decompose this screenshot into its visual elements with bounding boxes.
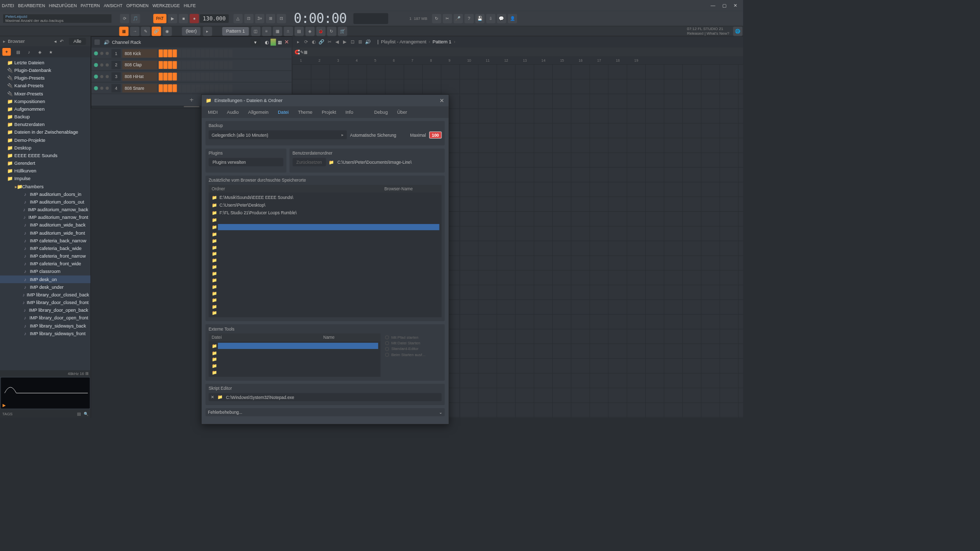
searchpath-row[interactable]: 📁 (209, 217, 440, 223)
tree-impulse-item[interactable]: ♪IMP desk_under (0, 283, 90, 291)
exttool-row[interactable]: 📁 (209, 342, 380, 349)
tree-impulse-item[interactable]: ♪IMP library_sideways_front (0, 330, 90, 337)
channel-mute[interactable] (100, 52, 103, 55)
searchpath-row[interactable]: 📁F:\FL Studio 21\Producer Loops Rumble\ (209, 209, 440, 216)
playlist-ruler[interactable]: 12345678910111213141516171819 (292, 57, 743, 64)
tree-impulse-item[interactable]: ♪IMP auditorium_wide_front (0, 229, 90, 237)
searchpath-row[interactable]: 📁 (209, 238, 440, 244)
step[interactable] (187, 61, 191, 68)
tree-impulse-item[interactable]: ♪IMP library_door_open_back (0, 307, 90, 314)
channel-name[interactable]: 808 Snare (122, 84, 157, 92)
tree-impulse-item[interactable]: ♪IMP auditorium_wide_back (0, 221, 90, 229)
debug-expand[interactable]: Fehlerbehebung... ⌄ (206, 408, 445, 416)
browser-undo-icon[interactable]: ↶ (60, 39, 64, 44)
step[interactable] (205, 49, 209, 57)
searchpath-row[interactable]: 📁 (209, 251, 440, 257)
searchpath-row[interactable]: 📁 (209, 310, 440, 316)
step[interactable] (210, 49, 214, 57)
step[interactable] (182, 49, 186, 57)
pl-icon-6[interactable]: ◀ (334, 39, 340, 45)
tree-item[interactable]: 🔌Kanal-Presets (0, 82, 90, 90)
browser-tree[interactable]: 📁Letzte Dateien🔌Plugin-Datenbank🔌Plugin-… (0, 57, 90, 370)
tools-icon[interactable]: ✂ (443, 14, 452, 23)
playlist-breadcrumb[interactable]: Playlist - Arrangement (381, 39, 426, 45)
pl-icon-1[interactable]: ▸ (296, 39, 302, 45)
folder-icon[interactable]: 📁 (211, 224, 218, 230)
settings-tab-audio[interactable]: Audio (223, 107, 243, 117)
step[interactable] (210, 72, 214, 80)
speaker-icon[interactable]: 🔊 (104, 39, 109, 45)
tree-impulse-item[interactable]: ♪IMP cafeteria_front_narrow (0, 252, 90, 260)
settings-tab-projekt[interactable]: Projekt (317, 107, 341, 117)
searchpath-row[interactable]: 📁 (209, 277, 440, 284)
menu-werkzeuge[interactable]: WERKZEUGE (153, 3, 180, 8)
step[interactable] (163, 49, 167, 57)
help-icon[interactable]: ? (464, 14, 474, 23)
pl-icon-9[interactable]: ⊞ (357, 39, 363, 45)
view-playlist-icon[interactable]: ▦ (119, 27, 129, 36)
browser-fx-icon[interactable]: ◈ (36, 48, 43, 56)
step[interactable] (173, 49, 177, 57)
step[interactable] (191, 84, 195, 92)
step[interactable] (177, 72, 181, 80)
refresh-icon[interactable]: ↻ (327, 27, 336, 36)
max-backups-field[interactable]: 100 (429, 131, 442, 138)
step[interactable] (201, 72, 205, 80)
cr-close-icon[interactable]: ✕ (284, 39, 289, 45)
exttool-option[interactable]: Beim Starten ausf... (385, 353, 440, 357)
step[interactable] (196, 72, 200, 80)
pl-icon-7[interactable]: ▶ (342, 39, 348, 45)
cr-ctrl-1[interactable] (94, 39, 100, 45)
settings-tab-info[interactable]: Info (341, 107, 358, 117)
step[interactable] (228, 49, 232, 57)
searchpath-row[interactable]: 📁 (209, 304, 440, 310)
tree-impulse-item[interactable]: ♪IMP auditorium_narrow_back (0, 206, 90, 213)
view-a-icon[interactable]: ◫ (251, 27, 260, 36)
folder-icon[interactable]: 📁 (211, 370, 218, 375)
settings-tab-midi[interactable]: MIDI (203, 107, 222, 117)
tool-2[interactable]: ⊡ (244, 14, 253, 23)
tree-item[interactable]: 📁Kompositionen (0, 97, 90, 105)
folder-icon[interactable]: 📁 (211, 258, 218, 263)
browser-sound-icon[interactable]: ♪ (26, 48, 33, 56)
view-link-icon[interactable]: 🔗 (152, 27, 161, 36)
globe-icon[interactable]: 🌐 (733, 27, 742, 36)
browser-lib-icon[interactable]: ▤ (15, 48, 22, 56)
undo-history-icon[interactable]: ↻ (432, 14, 441, 23)
exttools-list[interactable]: 📁 📁📁📁📁 (209, 341, 381, 377)
tree-chambers[interactable]: ▸📁Chambers (0, 183, 90, 190)
channel-name[interactable]: 808 Kick (122, 49, 157, 58)
chat-icon[interactable]: 💬 (497, 14, 506, 23)
step[interactable] (210, 84, 214, 92)
browse-folder-icon[interactable]: 📁 (329, 160, 334, 165)
folder-icon[interactable]: 📁 (211, 252, 218, 257)
mic-icon[interactable]: 🎤 (454, 14, 463, 23)
step[interactable] (191, 61, 195, 68)
tree-impulse-item[interactable]: ♪IMP library_door_closed_front (0, 298, 90, 306)
channel-led[interactable] (94, 86, 98, 90)
tree-item[interactable]: 🔌Plugin-Presets (0, 74, 90, 82)
step[interactable] (219, 49, 223, 57)
tree-item[interactable]: 📁Dateien in der Zwischenablage (0, 129, 90, 136)
searchpath-row[interactable]: 📁 (209, 270, 440, 277)
step[interactable] (168, 72, 172, 80)
channel-number[interactable]: 3 (111, 72, 120, 81)
step[interactable] (168, 84, 172, 92)
tree-item[interactable]: 📁EEEE EEEE Sounds (0, 152, 90, 159)
settings-tab-theme[interactable]: Theme (293, 107, 317, 117)
step[interactable] (201, 49, 205, 57)
channel-solo[interactable] (106, 86, 109, 89)
folder-icon[interactable]: 📁 (211, 350, 218, 356)
channel-number[interactable]: 1 (111, 49, 120, 58)
step[interactable] (228, 72, 232, 80)
tree-impulse-item[interactable]: ♪IMP auditorium_doors_in (0, 190, 90, 198)
tree-item[interactable]: 📁Impulse (0, 175, 90, 183)
step[interactable] (173, 72, 177, 80)
folder-icon[interactable]: 📁 (211, 210, 218, 215)
channel-solo[interactable] (106, 75, 109, 78)
tree-item[interactable]: 📁Gerendert (0, 159, 90, 167)
channel-number[interactable]: 4 (111, 84, 120, 92)
script-browse-icon[interactable]: 📁 (217, 394, 223, 399)
settings-tab-über[interactable]: Über (393, 107, 412, 117)
menu-datei[interactable]: DATEI (2, 3, 14, 8)
